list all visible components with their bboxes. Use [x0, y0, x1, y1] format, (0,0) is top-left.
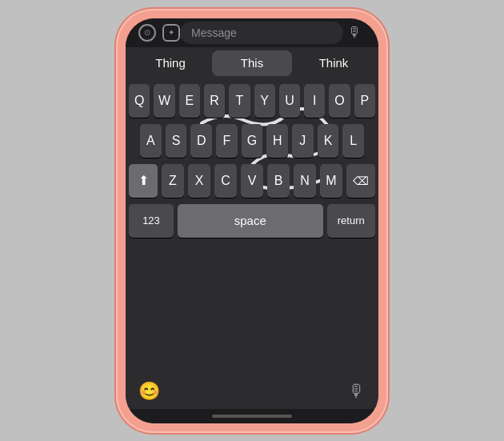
key-m[interactable]: M [320, 164, 342, 198]
key-a[interactable]: A [140, 124, 162, 158]
predictive-think[interactable]: Think [294, 50, 374, 76]
key-p[interactable]: P [354, 84, 375, 118]
home-indicator-bar [126, 409, 378, 423]
key-f[interactable]: F [216, 124, 238, 158]
shift-key[interactable]: ⬆ [129, 164, 158, 198]
key-i[interactable]: I [304, 84, 325, 118]
message-input-bar[interactable]: Message [180, 22, 343, 44]
bottom-bar: 😊 🎙 [126, 374, 378, 409]
key-g[interactable]: G [242, 124, 263, 158]
return-key[interactable]: return [327, 204, 376, 238]
delete-key[interactable]: ⌫ [346, 164, 375, 198]
key-d[interactable]: D [190, 124, 212, 158]
camera-icon[interactable]: ⊙ [138, 24, 156, 42]
emoji-button[interactable]: 😊 [138, 381, 160, 402]
numbers-key[interactable]: 123 [129, 204, 174, 238]
key-k[interactable]: K [318, 124, 339, 158]
key-u[interactable]: U [279, 84, 300, 118]
key-b[interactable]: B [267, 164, 290, 198]
key-q[interactable]: Q [129, 84, 150, 118]
key-z[interactable]: Z [162, 164, 184, 198]
predictive-bar: Thing This Think [126, 47, 378, 79]
delete-icon: ⌫ [353, 174, 369, 187]
status-bar: ⊙ ✦ Message 🎙 [126, 18, 378, 47]
message-placeholder: Message [191, 26, 237, 39]
key-t[interactable]: T [229, 84, 250, 118]
key-v[interactable]: V [241, 164, 263, 198]
keyboard-row-3: ⬆ Z X C V B N M ⌫ [129, 164, 375, 198]
key-r[interactable]: R [204, 84, 225, 118]
phone-frame: ⊙ ✦ Message 🎙 Thing This Think [116, 9, 388, 433]
bottom-mic-button[interactable]: 🎙 [348, 381, 366, 402]
key-y[interactable]: Y [254, 84, 275, 118]
key-s[interactable]: S [166, 124, 187, 158]
status-mic-icon[interactable]: 🎙 [343, 24, 366, 41]
key-e[interactable]: E [179, 84, 200, 118]
key-x[interactable]: X [188, 164, 210, 198]
space-key[interactable]: space [178, 204, 323, 238]
app-icons: ⊙ ✦ [138, 24, 180, 42]
key-l[interactable]: L [342, 124, 364, 158]
home-indicator-line [212, 415, 292, 418]
phone-screen: ⊙ ✦ Message 🎙 Thing This Think [126, 18, 378, 423]
key-h[interactable]: H [266, 124, 288, 158]
shift-icon: ⬆ [138, 173, 149, 188]
predictive-thing[interactable]: Thing [130, 50, 210, 76]
key-c[interactable]: C [214, 164, 237, 198]
apps-icon[interactable]: ✦ [162, 24, 180, 42]
keyboard: Q W E R T Y U I O P A S D F G H J K [126, 79, 378, 374]
keyboard-row-4: 123 space return [129, 204, 375, 238]
keyboard-row-1: Q W E R T Y U I O P [129, 84, 375, 118]
key-j[interactable]: J [292, 124, 314, 158]
key-w[interactable]: W [154, 84, 174, 118]
predictive-this[interactable]: This [212, 50, 292, 76]
key-o[interactable]: O [329, 84, 350, 118]
key-n[interactable]: N [294, 164, 316, 198]
keyboard-row-2: A S D F G H J K L [129, 124, 375, 158]
